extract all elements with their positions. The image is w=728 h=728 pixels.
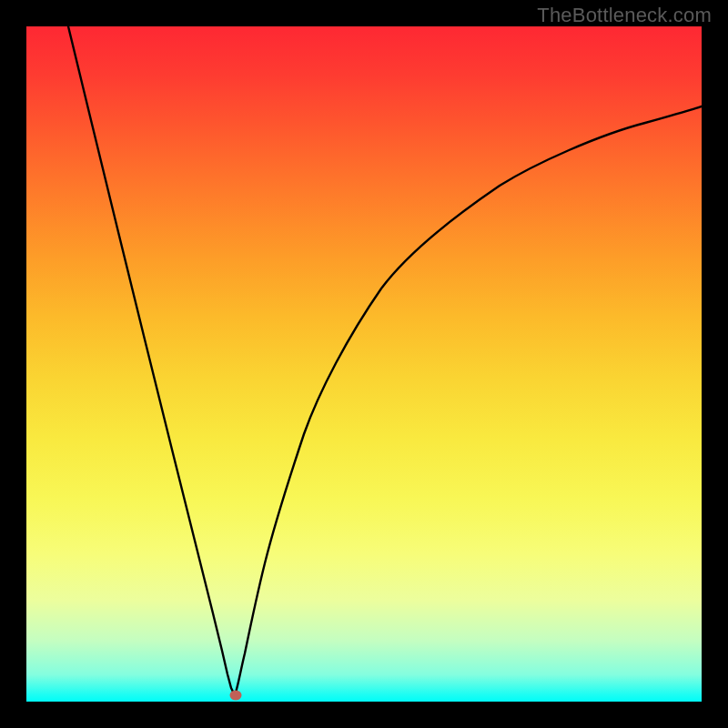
curve-left-branch xyxy=(68,26,235,695)
bottleneck-curve xyxy=(26,26,702,702)
chart-frame: TheBottleneck.com xyxy=(0,0,728,728)
minimum-marker xyxy=(230,691,242,701)
plot-area xyxy=(26,26,702,702)
curve-right-branch xyxy=(235,106,702,695)
watermark-text: TheBottleneck.com xyxy=(537,4,712,27)
